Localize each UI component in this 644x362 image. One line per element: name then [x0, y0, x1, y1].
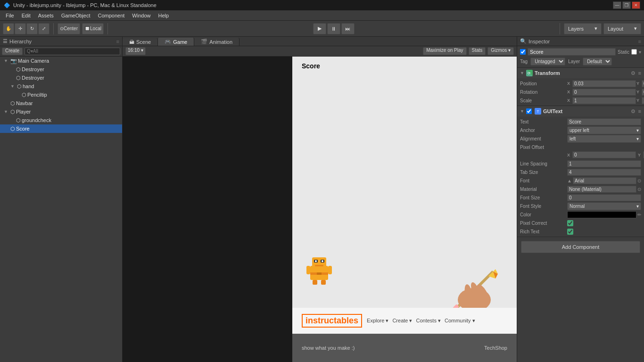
hierarchy-item-navbar[interactable]: ▼ ⬡ Navbar [0, 99, 122, 107]
anchor-dropdown[interactable]: upper left ▾ [567, 126, 641, 134]
hierarchy-item-player[interactable]: ▼ ⬡ Player [0, 107, 122, 116]
hierarchy-menu-icon[interactable]: ≡ [116, 39, 119, 44]
maximize-button[interactable]: ❒ [622, 1, 631, 9]
pixel-correct-row: Pixel Correct [517, 219, 644, 227]
center-toggle[interactable]: ⊙ Center [58, 23, 80, 34]
guitext-icon: T [535, 108, 541, 115]
tab-size-label: Tab Size [520, 170, 567, 175]
hierarchy-item-maincamera[interactable]: ▼ 📷 Main Camera [0, 57, 122, 65]
robot-svg [305, 253, 334, 286]
rotation-label: Rotation [520, 90, 567, 95]
guitext-header[interactable]: ▼ T GUIText ⚙ ≡ [517, 106, 644, 116]
play-button[interactable]: ▶ [313, 23, 326, 34]
guitext-arrow-icon: ▼ [520, 109, 524, 114]
menu-gameobject[interactable]: GameObject [58, 12, 94, 19]
explore-nav[interactable]: Explore ▾ [367, 318, 388, 324]
menu-edit[interactable]: Edit [18, 12, 34, 19]
add-component-button[interactable]: Add Component [521, 241, 640, 253]
guitext-menu-icon[interactable]: ≡ [638, 108, 641, 114]
rich-text-checkbox[interactable] [567, 229, 573, 235]
resolution-select[interactable]: 16:10 ▾ [125, 47, 146, 55]
font-row: Font ▲ ⊙ [517, 176, 644, 185]
gizmos-btn[interactable]: Gizmos ▾ [487, 47, 514, 55]
transform-body: Position X Y Z [517, 78, 644, 106]
hierarchy-item-penciltip[interactable]: ⬡ Penciltip [0, 90, 122, 99]
hierarchy-item-hand[interactable]: ▼ ⬡ hand [0, 82, 122, 90]
tab-size-input[interactable] [567, 169, 641, 176]
inspector-menu-icon[interactable]: ≡ [638, 39, 641, 44]
rotate-tool[interactable]: ↻ [26, 23, 38, 34]
create-nav[interactable]: Create ▾ [392, 318, 412, 324]
line-spacing-input[interactable] [567, 160, 641, 167]
layer-select[interactable]: Default [583, 58, 612, 66]
transform-menu-icon[interactable]: ≡ [638, 70, 641, 76]
material-picker-icon[interactable]: ⊙ [637, 187, 641, 192]
transform-icon: ⟳ [526, 70, 533, 76]
color-field[interactable] [567, 211, 636, 218]
material-input[interactable] [567, 186, 636, 193]
tag-layer-row: Tag Untagged Layer Default [520, 58, 641, 66]
menu-component[interactable]: Component [94, 12, 128, 19]
close-button[interactable]: ✕ [632, 1, 640, 9]
game-tab[interactable]: 🎮 Game [158, 38, 194, 46]
step-button[interactable]: ⏭ [341, 23, 355, 34]
text-prop-input[interactable] [567, 118, 641, 125]
scale-x-input[interactable] [572, 97, 636, 104]
static-checkbox[interactable] [631, 49, 637, 55]
maximize-on-play-btn[interactable]: Maximize on Play [423, 47, 466, 55]
titlebar-controls: — ❒ ✕ [613, 1, 640, 9]
alignment-dropdown[interactable]: left ▾ [567, 135, 641, 143]
color-picker-icon[interactable]: ✏ [637, 212, 641, 217]
position-x-input[interactable] [572, 80, 636, 87]
font-style-label: Font Style [520, 204, 567, 209]
font-size-input[interactable] [567, 194, 641, 201]
menu-file[interactable]: File [2, 12, 18, 19]
scene-tab[interactable]: 🏔 Scene [123, 38, 158, 46]
community-nav[interactable]: Community ▾ [445, 318, 475, 324]
pixel-offset-fields: X Y [517, 151, 644, 159]
hierarchy-item-destroyer2[interactable]: ⬡ Destroyer [0, 74, 122, 82]
layers-dropdown[interactable]: Layers ▾ [564, 23, 602, 34]
hierarchy-search[interactable] [25, 48, 120, 55]
stats-btn[interactable]: Stats [469, 47, 486, 55]
scale-y-input[interactable] [642, 97, 644, 104]
menu-window[interactable]: Window [128, 12, 154, 19]
svg-rect-9 [313, 280, 317, 285]
font-picker-icon[interactable]: ⊙ [637, 178, 641, 183]
tag-select[interactable]: Untagged [530, 58, 565, 66]
object-active-checkbox[interactable] [520, 49, 526, 55]
pixel-x-input[interactable] [572, 151, 636, 158]
static-arrow-icon[interactable]: ▾ [639, 49, 641, 55]
hierarchy-content: ▼ 📷 Main Camera ⬡ Destroyer ⬡ Destroyer … [0, 57, 122, 362]
menu-assets[interactable]: Assets [34, 12, 58, 19]
position-y-input[interactable] [642, 80, 644, 87]
font-input[interactable] [573, 177, 636, 184]
center-area: 🏔 Scene 🎮 Game 🎬 Animation 16:10 ▾ Maxim… [123, 37, 517, 362]
minimize-button[interactable]: — [613, 1, 621, 9]
separator-2 [107, 23, 108, 34]
layout-dropdown[interactable]: Layout ▾ [603, 23, 641, 34]
hierarchy-create-btn[interactable]: Create [2, 48, 23, 55]
move-tool[interactable]: ✛ [15, 23, 26, 34]
scale-tool[interactable]: ⤢ [38, 23, 50, 34]
local-toggle[interactable]: 🔲 Local [82, 23, 104, 34]
rotation-y-input[interactable] [642, 89, 644, 96]
animation-tab[interactable]: 🎬 Animation [194, 38, 239, 46]
hierarchy-item-destroyer1[interactable]: ⬡ Destroyer [0, 65, 122, 74]
guitext-active-checkbox[interactable] [526, 108, 532, 114]
rotation-x-input[interactable] [572, 89, 636, 96]
pause-button[interactable]: ⏸ [327, 23, 340, 34]
hierarchy-icon: ☰ [3, 38, 8, 44]
contests-nav[interactable]: Contests ▾ [416, 318, 440, 324]
transform-header[interactable]: ▼ ⟳ Transform ⚙ ≡ [517, 68, 644, 78]
menu-help[interactable]: Help [154, 12, 173, 19]
pixel-correct-checkbox[interactable] [567, 220, 573, 226]
scale-y-field: Y [636, 97, 644, 104]
hierarchy-item-score[interactable]: ▼ ⬡ Score [0, 124, 122, 133]
hierarchy-item-groundcheck[interactable]: ⬡ groundcheck [0, 116, 122, 124]
object-name-input[interactable] [528, 48, 616, 56]
hand-tool[interactable]: ✋ [3, 23, 14, 34]
instructables-bar: instructables Explore ▾ Create ▾ Contest… [292, 308, 517, 334]
transform-title: Transform [535, 70, 629, 76]
font-style-dropdown[interactable]: Normal ▾ [567, 202, 641, 210]
